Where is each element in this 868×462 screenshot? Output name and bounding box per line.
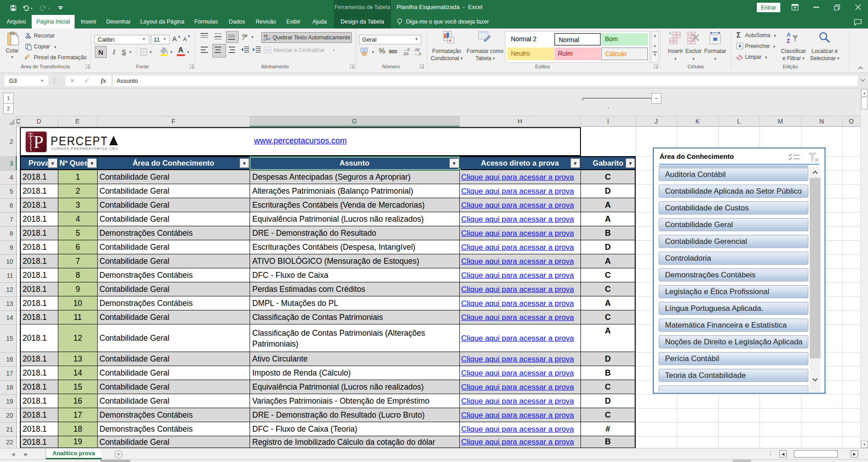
svg-text:A: A — [787, 32, 791, 38]
svg-text:→,0: →,0 — [414, 52, 421, 56]
svg-text:Z: Z — [787, 38, 790, 44]
svg-text:ab: ab — [242, 33, 246, 38]
svg-text:≠: ≠ — [449, 38, 452, 43]
svg-text:,00: ,00 — [403, 52, 409, 56]
